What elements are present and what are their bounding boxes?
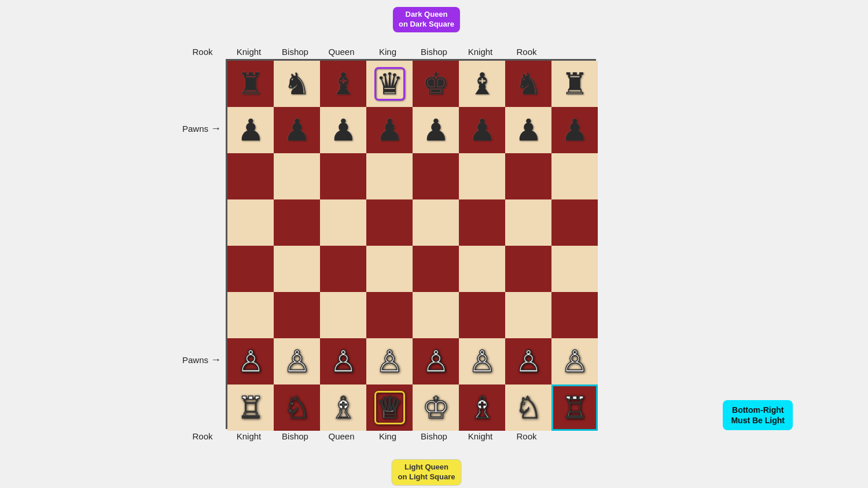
piece-light-knight-r7c1: ♘ [284, 393, 311, 423]
square-r4c5 [459, 246, 505, 292]
piece-light-pawn-r6c6: ♙ [515, 346, 542, 376]
square-r1c5: ♟ [459, 107, 505, 153]
square-r5c1 [274, 292, 320, 338]
bottom-pawns-label: Pawns → [182, 337, 221, 383]
square-r2c2 [320, 153, 366, 199]
piece-light-king-r7c4: ♔ [422, 393, 450, 423]
square-r6c2: ♙ [320, 338, 366, 385]
square-r5c2 [320, 292, 366, 338]
square-r1c3: ♟ [366, 107, 413, 153]
piece-dark-pawn-r1c6: ♟ [515, 115, 542, 145]
dark-queen-tooltip: Dark Queenon Dark Square [393, 7, 460, 32]
square-r4c4 [413, 246, 459, 292]
piece-light-rook-r7c0: ♖ [237, 393, 264, 423]
square-r4c6 [505, 246, 551, 292]
square-r1c1: ♟ [274, 107, 320, 153]
square-r0c7: ♜ [551, 61, 598, 107]
square-r0c2: ♝ [320, 61, 366, 107]
square-r3c7 [551, 199, 598, 246]
piece-light-knight-r7c6: ♘ [515, 393, 542, 423]
piece-dark-pawn-r1c4: ♟ [422, 115, 450, 145]
square-r3c6 [505, 199, 551, 246]
square-r4c2 [320, 246, 366, 292]
piece-dark-pawn-r1c5: ♟ [469, 115, 496, 145]
piece-light-pawn-r6c4: ♙ [422, 346, 450, 376]
piece-light-pawn-r6c2: ♙ [330, 346, 357, 376]
square-r2c4 [413, 153, 459, 199]
piece-dark-bishop-r0c5: ♝ [469, 69, 496, 99]
piece-light-pawn-r6c5: ♙ [469, 346, 496, 376]
square-r4c7 [551, 246, 598, 292]
piece-dark-bishop-r0c2: ♝ [330, 69, 357, 99]
square-r7c2: ♗ [320, 385, 366, 431]
piece-dark-pawn-r1c0: ♟ [237, 115, 264, 145]
square-r0c3: ♛ [366, 61, 413, 107]
piece-light-rook-r7c7: ♖ [561, 393, 589, 423]
square-r4c1 [274, 246, 320, 292]
bottom-labels: Rook Knight Bishop Queen King Bishop Kni… [179, 431, 712, 441]
square-r3c3 [366, 199, 413, 246]
square-r0c1: ♞ [274, 61, 320, 107]
square-r6c3: ♙ [366, 338, 413, 385]
square-r5c6 [505, 292, 551, 338]
piece-light-pawn-r6c3: ♙ [376, 346, 403, 376]
top-pawns-label: Pawns → [182, 105, 221, 151]
piece-dark-pawn-r1c7: ♟ [561, 115, 589, 145]
square-r3c4 [413, 199, 459, 246]
piece-light-bishop-r7c5: ♗ [469, 393, 496, 423]
piece-dark-rook-r0c0: ♜ [237, 69, 264, 99]
top-label-king: King [365, 47, 411, 57]
bottom-label-queen: Queen [318, 431, 365, 441]
square-r7c5: ♗ [459, 385, 505, 431]
square-r2c6 [505, 153, 551, 199]
square-r7c7: ♖ [551, 385, 598, 431]
square-r4c0 [227, 246, 274, 292]
bottom-label-bishop1: Bishop [272, 431, 318, 441]
square-r3c1 [274, 199, 320, 246]
square-r6c4: ♙ [413, 338, 459, 385]
square-r1c7: ♟ [551, 107, 598, 153]
top-pawns-arrow: → [211, 123, 221, 135]
piece-dark-king-r0c4: ♚ [422, 69, 450, 99]
square-r1c2: ♟ [320, 107, 366, 153]
piece-dark-rook-r0c7: ♜ [561, 69, 589, 99]
piece-dark-pawn-r1c3: ♟ [376, 115, 403, 145]
bottom-label-rook2: Rook [503, 431, 550, 441]
top-label-bishop1: Bishop [272, 47, 318, 57]
square-r0c5: ♝ [459, 61, 505, 107]
top-label-queen: Queen [318, 47, 365, 57]
piece-dark-knight-r0c1: ♞ [284, 69, 311, 99]
square-r3c5 [459, 199, 505, 246]
square-r2c7 [551, 153, 598, 199]
square-r5c7 [551, 292, 598, 338]
square-r6c0: ♙ [227, 338, 274, 385]
square-r3c2 [320, 199, 366, 246]
square-r6c6: ♙ [505, 338, 551, 385]
top-label-rook1: Rook [179, 47, 226, 57]
square-r2c1 [274, 153, 320, 199]
bottom-label-bishop2: Bishop [411, 431, 457, 441]
square-r1c0: ♟ [227, 107, 274, 153]
bottom-label-rook1: Rook [179, 431, 226, 441]
square-r7c3: ♕ [366, 385, 413, 431]
square-r5c3 [366, 292, 413, 338]
main-container: Dark Queenon Dark Square Rook Knight Bis… [0, 0, 868, 488]
piece-dark-pawn-r1c1: ♟ [284, 115, 311, 145]
square-r6c5: ♙ [459, 338, 505, 385]
piece-light-pawn-r6c0: ♙ [237, 346, 264, 376]
square-r7c6: ♘ [505, 385, 551, 431]
square-r6c7: ♙ [551, 338, 598, 385]
bottom-label-king: King [365, 431, 411, 441]
board-area: Rook Knight Bishop Queen King Bishop Kni… [156, 47, 712, 441]
top-label-bishop2: Bishop [411, 47, 457, 57]
piece-dark-knight-r0c6: ♞ [515, 69, 542, 99]
square-r6c1: ♙ [274, 338, 320, 385]
square-r5c5 [459, 292, 505, 338]
square-r7c1: ♘ [274, 385, 320, 431]
bottom-label-knight1: Knight [226, 431, 272, 441]
top-label-knight1: Knight [226, 47, 272, 57]
bottom-pawns-arrow: → [211, 354, 221, 366]
square-r2c5 [459, 153, 505, 199]
square-r3c0 [227, 199, 274, 246]
square-r5c4 [413, 292, 459, 338]
